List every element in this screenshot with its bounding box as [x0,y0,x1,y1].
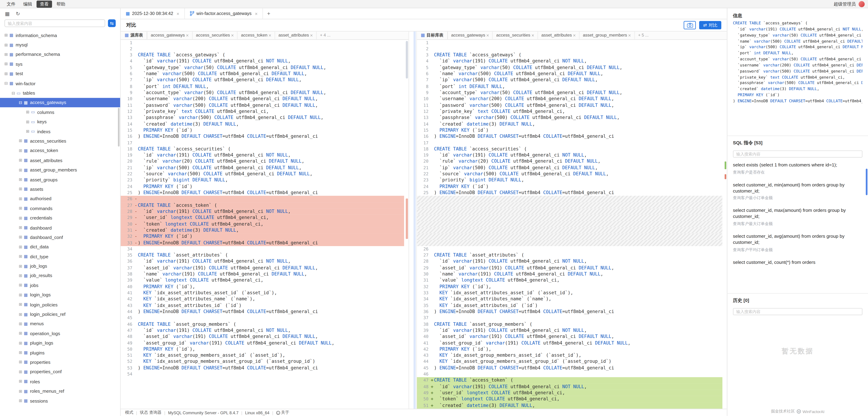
expand-icon[interactable]: ⊞ [18,292,23,298]
expand-icon[interactable]: ⊞ [3,52,9,57]
close-tab-icon[interactable]: × [531,33,534,38]
expand-icon[interactable]: ⊞ [18,398,23,403]
tree-item-login_policies[interactable]: ⊞▦login_policies [0,300,120,309]
expand-icon[interactable]: ⊞ [18,379,23,384]
close-tab-icon[interactable]: × [186,33,189,38]
tree-item-asset_group_members[interactable]: ⊞▦asset_group_members [0,165,120,175]
tree-item-indexs[interactable]: ⊞▭indexs [0,127,120,136]
expand-icon[interactable]: ⊞ [3,33,9,38]
tree-item-dict_type[interactable]: ⊞▦dict_type [0,252,120,261]
expand-icon[interactable]: ⊞ [18,370,23,375]
tree-item-performance_schema[interactable]: ⊞▦performance_schema [0,49,120,59]
expand-icon[interactable]: ⊞ [18,148,23,153]
sql-command-item[interactable]: select customer_id, count(*) from orders [733,256,862,268]
expand-icon[interactable]: ⊞ [18,312,23,317]
user-name[interactable]: 超级管理员 [834,1,856,7]
close-tab-icon[interactable]: × [486,33,489,38]
expand-icon[interactable]: ⊞ [18,167,23,172]
pane-splitter[interactable] [409,32,417,409]
collapse-all-button[interactable]: ⇆ [108,19,116,27]
tree-item-columns[interactable]: ⊞▭columns [0,107,120,117]
tree-item-roles_menus_ref[interactable]: ⊞▦roles_menus_ref [0,386,120,396]
pane-tab-access_securities[interactable]: access_securities× [493,32,538,39]
sql-command-item[interactable]: select customer_id, min(amount) from ord… [733,178,862,204]
tree-item-test[interactable]: ⊞▦test [0,69,120,78]
tree-item-job_results[interactable]: ⊞▦job_results [0,271,120,280]
sidebar-scrollbar[interactable] [118,108,120,147]
close-tab-icon[interactable]: × [177,11,179,16]
expand-icon[interactable]: ⊞ [3,71,9,76]
tree-item-asset_attributes[interactable]: ⊞▦asset_attributes [0,155,120,165]
expand-icon[interactable]: ⊞ [18,273,23,278]
expand-icon[interactable]: ⊞ [3,62,9,67]
tree-item-dashboard[interactable]: ⊞▦dashboard [0,223,120,232]
source-editor[interactable]: 123CREATE TABLE `access_gateways` (4 `id… [121,39,409,409]
tree-item-credentials[interactable]: ⊞▦credentials [0,213,120,223]
tree-item-assets[interactable]: ⊞▦assets [0,184,120,194]
pane-tab-access_securities[interactable]: access_securities× [192,32,238,39]
expand-icon[interactable]: ⊞ [18,244,23,249]
expand-icon[interactable]: ⊞ [18,206,23,211]
tree-item-information_schema[interactable]: ⊞▦information_schema [0,30,120,40]
community-label[interactable]: 掘金技术社区 [771,409,795,414]
expand-icon[interactable]: ⊞ [18,264,23,269]
pane-tab-asset_attributes[interactable]: asset_attributes× [275,32,317,39]
source-scrollbar[interactable] [405,39,408,409]
expand-icon[interactable]: ⊞ [18,341,23,346]
tree-item-asset_groups[interactable]: ⊞▦asset_groups [0,175,120,184]
tree-item-operation_logs[interactable]: ⊞▦operation_logs [0,328,120,338]
tree-item-sessions[interactable]: ⊞▦sessions [0,396,120,405]
tree-item-dict_data[interactable]: ⊞▦dict_data [0,242,120,251]
tree-item-roles[interactable]: ⊞▦roles [0,377,120,386]
expand-icon[interactable]: ⊞ [25,110,30,115]
close-tab-icon[interactable]: × [255,11,258,16]
tree-item-plugins[interactable]: ⊞▦plugins [0,348,120,357]
tree-item-login_logs[interactable]: ⊞▦login_logs [0,290,120,300]
refresh-icon[interactable]: ↻ [16,11,20,17]
sidebar-search-input[interactable] [4,20,105,27]
tree-item-job_logs[interactable]: ⊞▦job_logs [0,261,120,271]
tree-item-properties_conf[interactable]: ⊞▦properties_conf [0,367,120,377]
tree-item-access_token[interactable]: ⊞▦access_token [0,146,120,155]
tree-item-mysql[interactable]: ⊞▦mysql [0,40,120,49]
expand-icon[interactable]: ⊞ [25,119,30,124]
expand-icon[interactable]: ⊞ [18,177,23,182]
sql-command-search-input[interactable] [733,150,862,158]
close-tab-icon[interactable]: × [269,33,271,38]
tree-item-properties[interactable]: ⊞▦properties [0,357,120,367]
expand-icon[interactable]: ⊞ [18,331,23,336]
expand-icon[interactable]: ⊞ [18,158,23,163]
tree-item-sys[interactable]: ⊞▦sys [0,59,120,69]
document-tab[interactable]: ▦2025-12-30 08:34:42× [121,8,185,19]
avatar[interactable] [859,1,865,7]
expand-icon[interactable]: ⊞ [18,350,23,355]
menu-item[interactable]: 文件 [3,0,19,7]
expand-icon[interactable]: ⊞ [18,215,23,220]
menu-item[interactable]: 帮助 [53,0,69,7]
more-tabs[interactable]: + 5 ... [635,32,652,39]
expand-icon[interactable]: ⊞ [18,186,23,192]
tree-item-plugin_logs[interactable]: ⊞▦plugin_logs [0,338,120,348]
status-item[interactable]: i关于 [276,410,289,415]
panels-icon[interactable]: ▦ [5,11,10,17]
collapse-icon[interactable]: ⊟ [3,81,9,86]
close-tab-icon[interactable]: × [628,33,631,38]
pane-tab-access_token[interactable]: access_token× [238,32,275,39]
close-tab-icon[interactable]: × [573,33,576,38]
source-scrollbar-thumb[interactable] [406,41,408,78]
brand-label[interactable]: WinFactorAI [803,409,825,414]
tree-item-win-factor[interactable]: ⊟▦win-factor [0,78,120,88]
pane-tab-access_gateways[interactable]: access_gateways× [448,32,493,39]
collapse-icon[interactable]: ⊟ [18,100,23,105]
tree-item-login_policies_ref[interactable]: ⊞▦login_policies_ref [0,309,120,319]
history-search-input[interactable] [733,308,862,315]
tree-item-authorised[interactable]: ⊞▦authorised [0,194,120,204]
tree-item-dashboard_conf[interactable]: ⊞▦dashboard_conf [0,232,120,242]
expand-icon[interactable]: ⊞ [18,302,23,307]
tree-item-keys[interactable]: ⊞▭keys [0,117,120,127]
expand-icon[interactable]: ⊞ [18,360,23,365]
menu-item[interactable]: 编辑 [20,0,35,7]
expand-icon[interactable]: ⊞ [18,283,23,288]
expand-icon[interactable]: ⊞ [18,321,23,326]
expand-icon[interactable]: ⊞ [18,196,23,201]
